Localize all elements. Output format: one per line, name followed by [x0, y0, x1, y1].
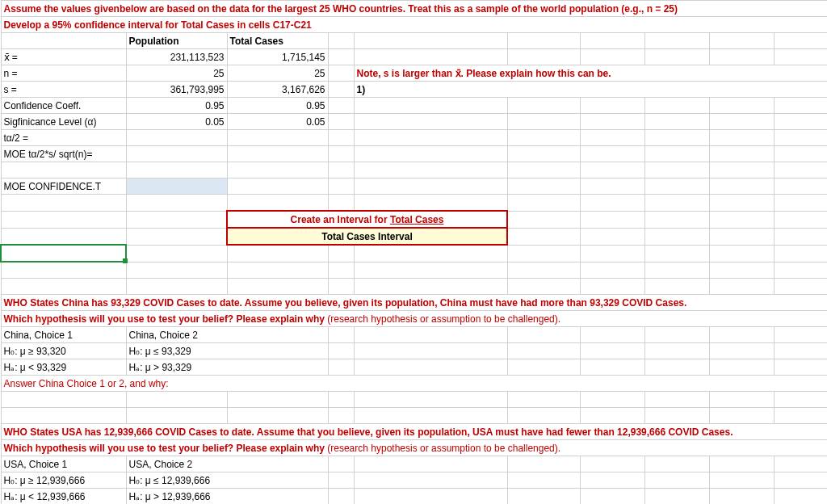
value-xbar-tc[interactable]: 1,715,145	[227, 49, 328, 65]
cell[interactable]	[227, 146, 328, 162]
header-population: Population	[126, 33, 227, 49]
label-t-alpha-2: tα/2 =	[1, 130, 126, 146]
china-ha-1: Hₐ: μ < 93,329	[1, 359, 126, 376]
cell[interactable]	[227, 130, 328, 146]
value-n-pop[interactable]: 25	[126, 65, 227, 82]
value-cc-pop[interactable]: 0.95	[126, 98, 227, 114]
interval-title: Create an Interval for Total Cases	[227, 211, 507, 228]
usa-line-2: Which hypothesis will you use to test yo…	[1, 440, 827, 456]
label-s: s =	[1, 82, 126, 98]
label-sig-level: Sigfinicance Level (α)	[1, 114, 126, 130]
cell[interactable]	[126, 130, 227, 146]
note-answer-1[interactable]: 1)	[354, 82, 827, 98]
label-xbar: x̄ =	[1, 49, 126, 65]
value-sig-pop[interactable]: 0.05	[126, 114, 227, 130]
usa-ha-1: Hₐ: μ < 12,939,666	[1, 489, 126, 505]
header-total-cases: Total Cases	[227, 33, 328, 49]
interval-sub: Total Cases Interval	[227, 228, 507, 245]
china-choice-2-header: China, Choice 2	[126, 327, 328, 343]
cell-moe-confidence-t[interactable]	[126, 178, 227, 195]
active-cell[interactable]	[1, 245, 126, 262]
label-conf-coeff: Confidence Coeff.	[1, 98, 126, 114]
value-s-pop[interactable]: 361,793,995	[126, 82, 227, 98]
label-moe-formula: MOE tα/2*s/ sqrt(n)=	[1, 146, 126, 162]
cell[interactable]	[126, 146, 227, 162]
usa-h0-1: H₀: μ ≥ 12,939,666	[1, 472, 126, 489]
china-line-1: WHO States China has 93,329 COVID Cases …	[1, 295, 827, 311]
spreadsheet-grid[interactable]: Assume the values givenbelow are based o…	[0, 0, 827, 504]
china-h0-2: H₀: μ ≤ 93,329	[126, 343, 328, 359]
instruction-line-2: Develop a 95% confidence interval for To…	[1, 17, 827, 33]
china-ha-2: Hₐ: μ > 93,329	[126, 359, 328, 376]
value-s-tc[interactable]: 3,167,626	[227, 82, 328, 98]
value-cc-tc[interactable]: 0.95	[227, 98, 328, 114]
value-sig-tc[interactable]: 0.05	[227, 114, 328, 130]
china-line-2: Which hypothesis will you use to test yo…	[1, 311, 827, 327]
note-s-larger: Note, s is larger than x̄. Please explai…	[354, 65, 827, 82]
instruction-line-1: Assume the values givenbelow are based o…	[1, 1, 827, 17]
usa-ha-2: Hₐ: μ > 12,939,666	[126, 489, 328, 505]
china-h0-1: H₀: μ ≥ 93,320	[1, 343, 126, 359]
usa-choice-1-header: USA, Choice 1	[1, 456, 126, 472]
usa-line-1: WHO States USA has 12,939,666 COVID Case…	[1, 424, 827, 440]
value-xbar-pop[interactable]: 231,113,523	[126, 49, 227, 65]
china-choice-1-header: China, Choice 1	[1, 327, 126, 343]
usa-choice-2-header: USA, Choice 2	[126, 456, 328, 472]
value-n-tc[interactable]: 25	[227, 65, 328, 82]
cell[interactable]	[1, 33, 126, 49]
usa-h0-2: H₀: μ ≤ 12,939,666	[126, 472, 328, 489]
china-answer-prompt: Answer China Choice 1 or 2, and why:	[1, 376, 827, 392]
label-n: n =	[1, 65, 126, 82]
label-moe-confidence-t: MOE CONFIDENCE.T	[1, 178, 126, 195]
